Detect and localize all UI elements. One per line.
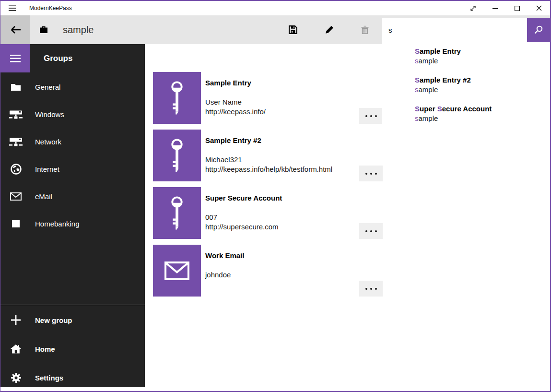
dot (370, 115, 372, 117)
entry-text: Sample Entry #2 Michael321 http://keepas… (205, 130, 332, 181)
save-icon (289, 25, 297, 34)
search-suggestion[interactable]: Sample Entry sample (415, 47, 550, 66)
dot (375, 288, 377, 290)
dot (375, 115, 377, 117)
sidebar-item-label: Internet (35, 165, 59, 173)
sidebar-footer: New group Home (0, 306, 145, 392)
entry-more-button[interactable] (359, 281, 383, 297)
dot (370, 230, 372, 232)
titlebar: ModernKeePass (0, 1, 550, 15)
maximize-button[interactable] (506, 1, 528, 15)
entry-row[interactable]: Sample Entry #2 Michael321 http://keepas… (153, 130, 422, 181)
delete-button[interactable] (353, 15, 377, 44)
suggestion-title: Sample Entry (415, 47, 550, 56)
entry-row[interactable]: Work Email johndoe (153, 245, 422, 297)
home-button[interactable]: Home (0, 334, 145, 363)
key-icon (170, 80, 184, 116)
dot (365, 115, 367, 117)
sidebar-item-label: Home (35, 345, 55, 353)
suggestion-subtitle: sample (415, 114, 550, 123)
key-icon (170, 138, 184, 173)
search-suggestion[interactable]: Sample Entry #2 sample (415, 75, 550, 95)
settings-button[interactable]: Settings (0, 363, 145, 392)
entry-title: Sample Entry (205, 78, 266, 87)
dot (370, 288, 372, 290)
sidebar-item-label: General (35, 83, 60, 91)
new-group-button[interactable]: New group (0, 306, 145, 334)
groups-header: Groups (44, 44, 72, 72)
edit-button[interactable] (317, 15, 341, 44)
entry-username: johndoe (205, 270, 244, 280)
sidebar-item-label: Windows (35, 110, 64, 119)
entry-more-button[interactable] (359, 108, 383, 124)
sidebar-item-email[interactable]: eMail (0, 183, 145, 210)
edit-pencil-icon (325, 25, 334, 34)
search-button[interactable] (527, 18, 550, 42)
sidebar-item-windows[interactable]: Windows (0, 101, 145, 128)
sidebar-item-internet[interactable]: Internet (0, 155, 145, 183)
entry-username: Michael321 (205, 155, 332, 165)
sidebar-item-label: Settings (35, 374, 63, 382)
entry-title: Sample Entry #2 (205, 136, 332, 145)
sidebar-item-label: eMail (35, 192, 52, 201)
globe-icon (9, 164, 23, 175)
database-name: sample (63, 24, 94, 36)
entry-title: Super Secure Account (205, 193, 282, 202)
dot (375, 173, 377, 175)
text-caret (393, 25, 393, 35)
minimize-button[interactable] (484, 1, 506, 15)
gear-icon (9, 373, 23, 383)
suggestion-subtitle: sample (415, 85, 550, 95)
search-input-value: s (388, 26, 392, 34)
suggestion-subtitle: sample (415, 56, 550, 66)
entry-row[interactable]: Sample Entry User Name http://keepass.in… (153, 72, 422, 124)
appbar: sample s (0, 15, 550, 44)
sidebar-hamburger-button[interactable] (0, 44, 30, 72)
dot (370, 173, 372, 175)
search-suggestion[interactable]: Super Secure Account sample (415, 104, 550, 123)
entry-more-button[interactable] (359, 223, 383, 239)
search-icon (534, 25, 543, 34)
folder-icon (9, 83, 23, 91)
app-window: ModernKeePass (0, 0, 551, 392)
entry-more-button[interactable] (359, 166, 383, 181)
sidebar-divider (0, 305, 145, 305)
filled-square-icon (9, 220, 23, 227)
network-computer-icon (9, 138, 23, 146)
sidebar-item-label: New group (35, 316, 72, 324)
entry-title: Work Email (205, 251, 244, 260)
entry-text: Super Secure Account 007 http://supersec… (205, 187, 282, 239)
search-input[interactable]: s (382, 18, 527, 42)
entry-details: Michael321 http://keepass.info/help/kb/t… (205, 155, 332, 174)
delete-trash-icon (361, 25, 369, 34)
entry-username: 007 (205, 213, 282, 222)
entry-url: http://supersecure.com (205, 222, 282, 232)
search-suggestions-dropdown: Sample Entry sample Sample Entry #2 samp… (382, 42, 550, 142)
home-icon (9, 344, 23, 354)
database-briefcase-icon (39, 26, 48, 34)
entry-row[interactable]: Super Secure Account 007 http://supersec… (153, 187, 422, 239)
entry-tile (153, 245, 201, 297)
save-button[interactable] (281, 15, 305, 44)
sidebar-item-label: Homebanking (35, 220, 80, 228)
entry-text: Work Email johndoe (205, 245, 244, 297)
entry-tile (153, 130, 201, 181)
dot (375, 230, 377, 232)
entry-url: http://keepass.info/help/kb/testform.htm… (205, 165, 332, 174)
titlebar-hamburger-icon[interactable] (0, 1, 23, 15)
suggestion-title: Super Secure Account (415, 104, 550, 114)
sidebar: Groups General Wi (0, 44, 145, 387)
fullscreen-button[interactable] (462, 1, 484, 15)
back-arrow-icon (10, 25, 21, 34)
window-controls (462, 1, 550, 15)
entry-tile (153, 72, 201, 124)
dot (365, 288, 367, 290)
sidebar-item-network[interactable]: Network (0, 128, 145, 155)
back-button[interactable] (0, 15, 30, 44)
close-button[interactable] (528, 1, 550, 15)
entry-tile (153, 187, 201, 239)
sidebar-item-general[interactable]: General (0, 73, 145, 101)
app-title: ModernKeePass (29, 5, 72, 12)
entry-text: Sample Entry User Name http://keepass.in… (205, 72, 266, 124)
sidebar-item-homebanking[interactable]: Homebanking (0, 210, 145, 238)
